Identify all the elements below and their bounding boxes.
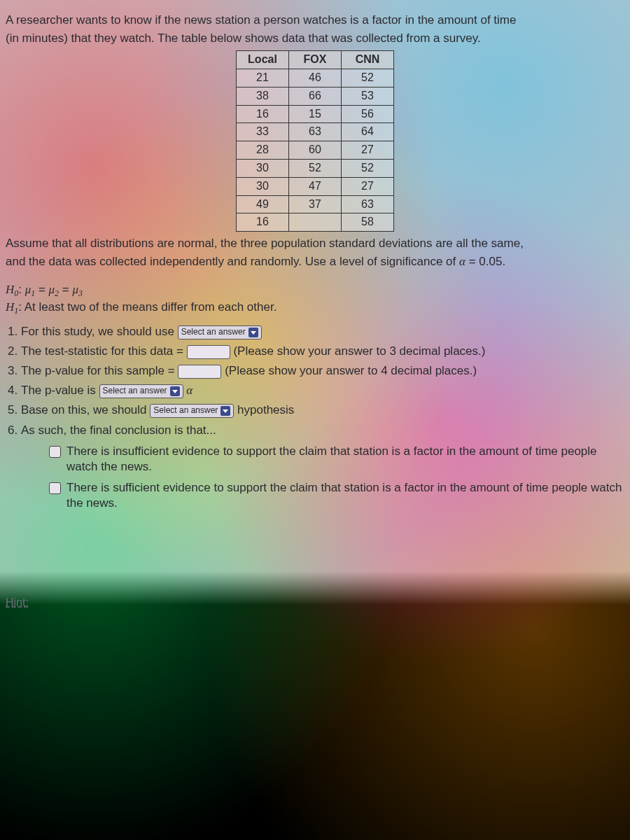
table-cell: 52 xyxy=(342,159,394,177)
q4: The p-value is Select an answer α xyxy=(21,383,624,398)
intro-para-2: (in minutes) that they watch. The table … xyxy=(6,31,624,46)
q1: For this study, we should use Select an … xyxy=(21,324,624,340)
q6-option-b[interactable]: There is sufficient evidence to support … xyxy=(49,480,624,511)
table-cell: 27 xyxy=(342,177,394,195)
table-cell: 66 xyxy=(289,87,342,105)
q6-option-a-label: There is insufficient evidence to suppor… xyxy=(66,444,624,475)
q6: As such, the final conclusion is that...… xyxy=(21,423,624,511)
table-row: 386653 xyxy=(237,87,394,105)
table-cell: 16 xyxy=(237,105,289,123)
table-cell: 60 xyxy=(289,141,342,160)
th-cnn: CNN xyxy=(342,51,394,69)
table-row: 304727 xyxy=(237,177,394,195)
th-local: Local xyxy=(237,51,289,69)
question-list: For this study, we should use Select an … xyxy=(21,324,624,511)
table-cell: 30 xyxy=(237,159,289,177)
table-row: 161556 xyxy=(237,105,394,123)
table-row: 305252 xyxy=(237,159,394,177)
intro-para-1: A researcher wants to know if the news s… xyxy=(6,13,624,28)
h1: H1: At least two of the means differ fro… xyxy=(6,300,624,317)
q1-select[interactable]: Select an answer xyxy=(178,326,262,340)
assume-para-2: and the data was collected independently… xyxy=(6,254,624,270)
q6-option-b-label: There is sufficient evidence to support … xyxy=(66,480,624,511)
data-table: Local FOX CNN 21465238665316155633636428… xyxy=(236,50,394,232)
table-row: 1658 xyxy=(237,214,394,232)
table-cell: 16 xyxy=(237,214,289,232)
table-cell: 33 xyxy=(237,123,289,141)
table-cell: 37 xyxy=(289,195,342,214)
q2: The test-statistic for this data = (Plea… xyxy=(21,344,624,359)
q5: Base on this, we should Select an answer… xyxy=(21,402,624,418)
table-row: 493763 xyxy=(237,195,394,214)
q2-input[interactable] xyxy=(187,345,230,359)
table-cell: 52 xyxy=(289,159,342,177)
table-row: 286027 xyxy=(237,141,394,160)
q5-select[interactable]: Select an answer xyxy=(150,404,234,418)
table-cell: 63 xyxy=(342,195,394,214)
chevron-down-icon xyxy=(170,386,180,396)
th-fox: FOX xyxy=(289,51,342,69)
table-row: 214652 xyxy=(237,69,394,87)
q3-input[interactable] xyxy=(178,365,221,379)
table-cell: 47 xyxy=(289,177,342,195)
alpha-symbol: α xyxy=(459,255,465,268)
table-row: 336364 xyxy=(237,123,394,141)
table-cell: 38 xyxy=(237,87,289,105)
table-cell: 52 xyxy=(342,69,394,87)
table-cell: 53 xyxy=(342,87,394,105)
table-cell: 28 xyxy=(237,141,289,160)
table-cell: 27 xyxy=(342,141,394,160)
checkbox-icon[interactable] xyxy=(49,482,61,494)
q3: The p-value for this sample = (Please sh… xyxy=(21,363,624,379)
table-cell: 49 xyxy=(237,195,289,214)
table-cell xyxy=(289,214,342,232)
hypotheses: H0: μ1 = μ2 = μ3 H1: At least two of the… xyxy=(6,282,624,317)
hint-label: Hint: xyxy=(6,596,29,609)
q4-select[interactable]: Select an answer xyxy=(99,384,183,398)
h0: H0: μ1 = μ2 = μ3 xyxy=(6,282,624,300)
table-cell: 21 xyxy=(237,69,289,87)
checkbox-icon[interactable] xyxy=(49,446,61,458)
table-cell: 30 xyxy=(237,177,289,195)
assume-para-1: Assume that all distributions are normal… xyxy=(6,236,624,251)
table-cell: 63 xyxy=(289,123,342,141)
table-cell: 64 xyxy=(342,123,394,141)
table-cell: 15 xyxy=(289,105,342,123)
table-cell: 58 xyxy=(342,214,394,232)
chevron-down-icon xyxy=(220,406,230,416)
table-cell: 46 xyxy=(289,69,342,87)
table-cell: 56 xyxy=(342,105,394,123)
q6-option-a[interactable]: There is insufficient evidence to suppor… xyxy=(49,444,624,475)
chevron-down-icon xyxy=(248,328,258,337)
